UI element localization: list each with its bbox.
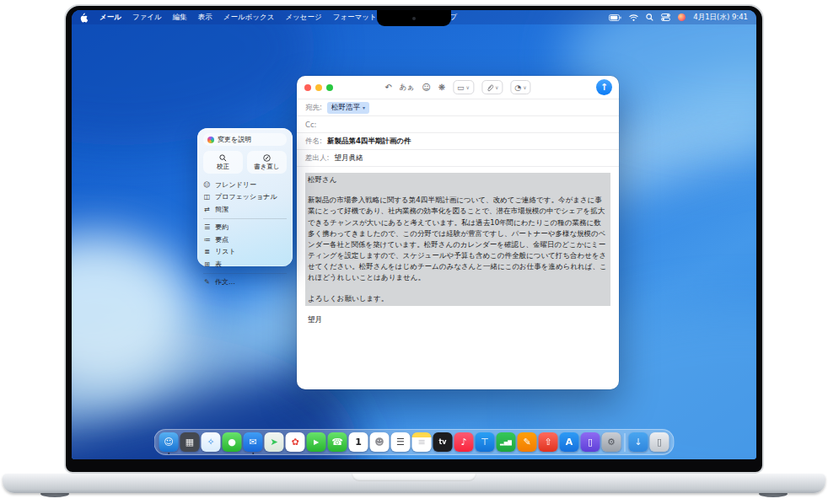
dock-icon-iphone-mirroring[interactable]: ▯ (581, 432, 600, 452)
status-app-icon[interactable] (678, 13, 686, 21)
compose-item-label: 作文… (215, 277, 235, 287)
dock-icon-downloads-folder[interactable]: ↓ (629, 432, 648, 452)
dock-icon-pages[interactable]: ✎ (518, 432, 537, 452)
app-icon-tile: ➤ (265, 432, 284, 452)
app-icon-glyph: tv (438, 438, 446, 446)
dock-icon-messages[interactable]: ● (223, 432, 242, 452)
photo-browser-icon: ▭ (457, 83, 465, 92)
wt-item-compose[interactable]: ✎ 作文… (203, 276, 287, 289)
menu-item[interactable]: メッセージ (285, 13, 321, 23)
dock-icon-phone[interactable]: ☎ (328, 432, 347, 452)
apple-menu[interactable] (80, 13, 89, 23)
tone-item-icon: ☺ (203, 181, 211, 189)
app-icon-tile: ● (223, 432, 242, 452)
dock-icon-rocket-app[interactable]: ⇧ (539, 432, 558, 452)
dock-icon-facetime[interactable]: ▶ (307, 432, 326, 452)
selected-text-highlight: 松野さん 新製品の市場参入戦略に関する第4四半期計画について、改めてご連絡です。… (305, 173, 610, 306)
dock-icon-app-store[interactable]: A (560, 432, 579, 452)
app-icon-glyph: ✿ (291, 437, 298, 448)
dock-icon-tv[interactable]: tv (433, 432, 453, 452)
menu-item[interactable]: メール (99, 13, 121, 23)
app-icon-tile: tv (433, 432, 453, 452)
menu-bar-clock[interactable]: 4月1日(水) 9:41 (693, 13, 748, 23)
minimize-window-button[interactable] (315, 84, 322, 91)
dock-icon-reminders[interactable]: ☰ (391, 432, 411, 452)
app-icon-tile: ⇧ (539, 432, 558, 452)
wt-item-table[interactable]: ⊞ 表 (203, 258, 287, 271)
subject-label: 件名: (305, 137, 322, 147)
from-field[interactable]: 差出人: 望月眞緒 (297, 149, 619, 166)
apple-intelligence-icon (207, 137, 214, 143)
dock-icon-finder[interactable]: ☺ (159, 432, 179, 452)
wifi-icon[interactable] (629, 14, 638, 21)
close-window-button[interactable] (304, 84, 311, 91)
rewrite-button[interactable]: 書き直し (247, 151, 287, 174)
body-signature: 望月 (308, 314, 610, 325)
dock-icon-maps[interactable]: ➤ (265, 432, 284, 452)
dock-icon-notes[interactable]: ≡ (412, 432, 432, 452)
wt-item-key-points[interactable]: ≔ 要点 (203, 233, 287, 246)
dock-icon-keynote[interactable]: ⊤ (476, 432, 495, 452)
window-titlebar[interactable]: ↶ あぁ ☺ ❋ ▭ ∨ ∨ ◔ (297, 76, 619, 99)
wt-item-summary[interactable]: ☰ 要約 (203, 222, 287, 234)
menu-item[interactable]: 表示 (198, 13, 212, 23)
attach-file-button[interactable]: ∨ (481, 80, 503, 94)
cc-field[interactable]: Cc: (297, 115, 619, 132)
app-icon-tile: ▶ (307, 432, 326, 452)
dock-icon-calendar[interactable]: 1 (349, 432, 368, 452)
dock-icon-safari[interactable]: ✧ (202, 432, 221, 452)
chevron-down-icon: ∨ (523, 84, 526, 90)
app-icon-glyph: ✉ (249, 437, 256, 448)
wt-item-concise[interactable]: ⇄ 簡潔 (203, 203, 287, 216)
menu-item[interactable]: フォーマット (333, 13, 377, 23)
dock-icon-system-settings[interactable]: ⚙ (602, 432, 621, 452)
recipient-token[interactable]: 松野浩平 ▾ (327, 102, 369, 114)
app-icon-glyph: ▯ (588, 437, 593, 448)
to-field[interactable]: 宛先: 松野浩平 ▾ (297, 99, 619, 115)
battery-icon[interactable] (609, 14, 621, 21)
laptop-hinge-notch (352, 474, 476, 481)
dock-icon-music[interactable]: ♪ (454, 432, 474, 452)
compose-item-icon: ✎ (203, 278, 211, 286)
photo-browser-button[interactable]: ▭ ∨ (453, 80, 474, 94)
text-format-icon[interactable]: あぁ (400, 80, 414, 94)
message-body[interactable]: 松野さん 新製品の市場参入戦略に関する第4四半期計画について、改めてご連絡です。… (297, 166, 619, 331)
format-item-icon: ≔ (203, 236, 211, 244)
emoji-picker-icon[interactable]: ☺ (422, 80, 430, 94)
undo-icon[interactable]: ↶ (384, 80, 391, 94)
menu-item[interactable]: ファイル (132, 13, 162, 23)
dock-icon-trash[interactable]: ▯ (650, 432, 669, 452)
cc-label: Cc: (305, 121, 316, 129)
chevron-down-icon: ∨ (466, 84, 470, 90)
app-icon-glyph: ☰ (396, 437, 405, 448)
dock-icon-numbers[interactable]: ▂▅▇ (497, 432, 516, 452)
app-icon-glyph: ↓ (634, 437, 642, 448)
app-icon-glyph: A (566, 437, 573, 448)
to-label: 宛先: (305, 103, 322, 113)
wt-item-friendly[interactable]: ☺ フレンドリー (203, 179, 287, 191)
control-center-icon[interactable] (661, 13, 670, 21)
writing-tools-icon[interactable]: ❋ (438, 80, 445, 94)
dock-icon-contacts[interactable]: ☻ (370, 432, 390, 452)
dock-icon-photos[interactable]: ✿ (286, 432, 305, 452)
send-later-button[interactable]: ◔ ∨ (510, 80, 530, 94)
from-value: 望月眞緒 (334, 153, 363, 164)
describe-change-field[interactable]: 変更を説明 (203, 133, 287, 146)
spotlight-search-icon[interactable] (646, 13, 653, 21)
subject-field[interactable]: 件名: 新製品第4四半期計画の件 (297, 132, 619, 149)
rewrite-pencil-icon (263, 154, 271, 162)
send-button[interactable]: ↑ (596, 79, 612, 95)
zoom-window-button[interactable] (326, 84, 333, 91)
popup-divider (203, 218, 287, 219)
wt-item-professional[interactable]: ◫ プロフェッショナル (203, 191, 287, 204)
wt-item-list[interactable]: ≣ リスト (203, 246, 287, 259)
dock-icon-launchpad[interactable]: ▦ (180, 432, 200, 452)
menu-item[interactable]: メールボックス (223, 13, 275, 23)
laptop-base (3, 474, 825, 493)
app-icon-glyph: ➤ (270, 437, 277, 448)
dock-icon-mail[interactable]: ✉ (244, 432, 263, 452)
proofread-button[interactable]: 校正 (203, 151, 243, 174)
tone-item-icon: ⇄ (203, 206, 211, 213)
app-icon-glyph: ▦ (185, 437, 194, 448)
menu-item[interactable]: 編集 (173, 13, 187, 23)
